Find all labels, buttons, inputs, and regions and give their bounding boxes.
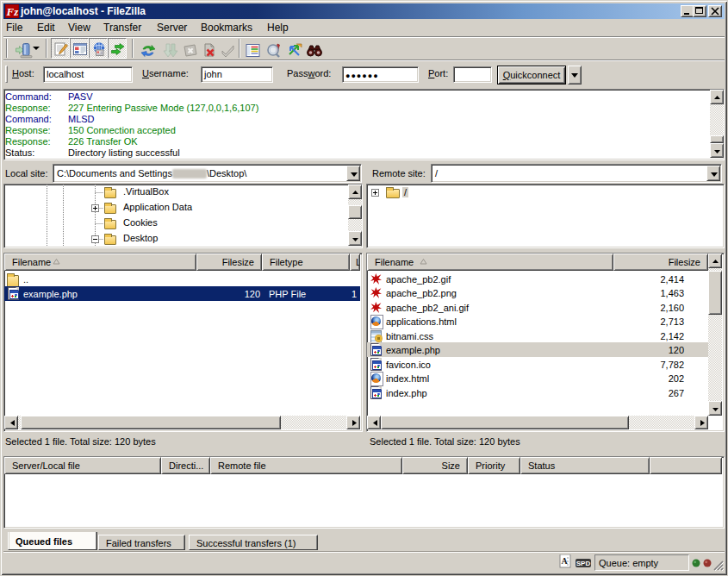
svg-text:Fz: Fz bbox=[6, 5, 20, 18]
svg-text:A: A bbox=[562, 556, 569, 566]
